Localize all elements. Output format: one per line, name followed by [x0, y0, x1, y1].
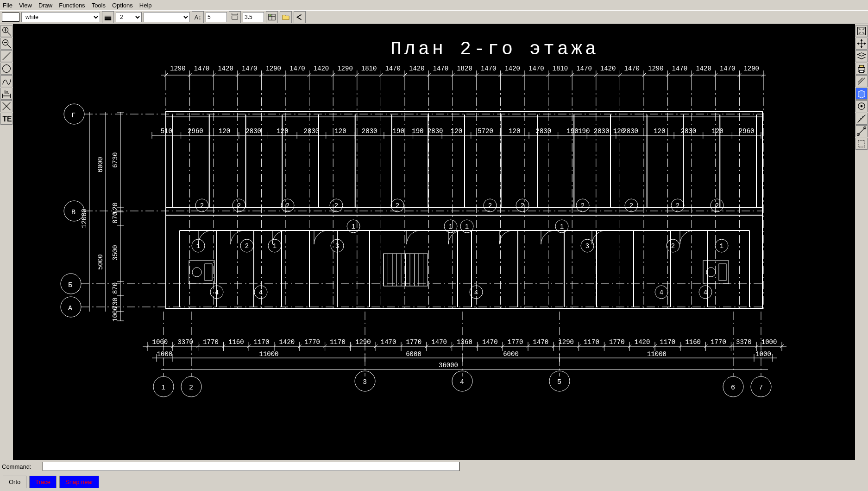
color-swatch[interactable] [2, 13, 19, 22]
status-row: Orto Trace Snap near [0, 473, 868, 491]
svg-text:120: 120 [451, 128, 462, 135]
svg-text:1420: 1420 [635, 338, 650, 346]
dim-size-input[interactable] [243, 12, 264, 22]
table-icon[interactable] [266, 11, 278, 23]
right-toolbar [855, 24, 868, 460]
select-box-icon[interactable] [855, 138, 868, 150]
svg-text:1000: 1000 [152, 338, 168, 346]
svg-text:6000: 6000 [503, 351, 519, 358]
dimension-icon[interactable]: lin. [0, 88, 13, 100]
svg-rect-446 [859, 70, 864, 73]
folder-icon[interactable] [280, 11, 292, 23]
svg-line-19 [3, 52, 11, 60]
svg-text:2: 2 [488, 202, 492, 210]
fixture-left [189, 261, 214, 284]
render-3d-icon[interactable] [855, 88, 868, 100]
svg-line-451 [858, 128, 865, 134]
undo-icon[interactable] [294, 11, 306, 23]
svg-text:1420: 1420 [279, 338, 295, 346]
properties-icon[interactable] [855, 100, 868, 112]
svg-text:1470: 1470 [672, 65, 688, 72]
text-height-input[interactable] [206, 12, 227, 22]
svg-text:1420: 1420 [696, 65, 711, 72]
command-input[interactable] [43, 462, 459, 471]
left-dim-chain: 12000 6000 5000 673012087035008707301000 [81, 112, 124, 322]
svg-text:1290: 1290 [265, 65, 281, 72]
lineweight-dropdown[interactable]: 2 [116, 12, 142, 22]
svg-text:2: 2 [334, 202, 338, 210]
svg-text:Г: Г [71, 112, 76, 120]
zoom-out-icon[interactable] [0, 38, 13, 50]
circle-icon[interactable] [0, 63, 13, 75]
svg-text:1000: 1000 [755, 351, 771, 358]
snap-toggle[interactable]: Snap near [59, 476, 99, 488]
pan-arrows-icon[interactable] [855, 38, 868, 50]
menu-view[interactable]: View [19, 2, 32, 9]
svg-text:1470: 1470 [385, 65, 401, 72]
svg-text:12000: 12000 [81, 209, 88, 228]
svg-text:1770: 1770 [203, 338, 219, 346]
svg-text:1470: 1470 [481, 65, 497, 72]
svg-text:2: 2 [671, 242, 675, 250]
svg-text:1420: 1420 [218, 65, 233, 72]
layers-icon[interactable] [855, 50, 868, 62]
text-icon[interactable]: TE [0, 113, 13, 125]
menu-options[interactable]: Options [112, 2, 133, 9]
svg-text:2830: 2830 [536, 128, 552, 135]
svg-text:4: 4 [259, 289, 263, 296]
svg-text:5720: 5720 [478, 128, 493, 135]
svg-text:4: 4 [460, 378, 465, 386]
svg-text:1470: 1470 [289, 65, 305, 72]
text-height-icon: A↕ [192, 11, 204, 23]
menu-tools[interactable]: Tools [92, 2, 106, 9]
svg-text:2830: 2830 [623, 128, 638, 135]
svg-text:1470: 1470 [381, 338, 396, 346]
color-dropdown[interactable]: white [21, 12, 100, 22]
svg-text:1170: 1170 [584, 338, 599, 346]
svg-text:2: 2 [237, 202, 241, 210]
svg-rect-4 [232, 16, 238, 19]
svg-text:TE: TE [3, 115, 12, 123]
svg-text:1000: 1000 [157, 351, 173, 358]
svg-text:1470: 1470 [720, 65, 736, 72]
svg-text:1770: 1770 [711, 338, 726, 346]
svg-text:2830: 2830 [304, 128, 320, 135]
column-bubbles: 1234567 [153, 312, 771, 397]
print-icon[interactable] [855, 63, 868, 75]
svg-text:1470: 1470 [431, 338, 447, 346]
menu-bar: File View Draw Functions Tools Options H… [0, 0, 868, 10]
svg-text:11000: 11000 [647, 351, 667, 358]
svg-text:1420: 1420 [600, 65, 616, 72]
svg-text:А: А [68, 305, 73, 312]
measure-icon[interactable] [855, 113, 868, 125]
svg-text:3500: 3500 [112, 245, 119, 261]
trace-toggle[interactable]: Trace [29, 476, 57, 488]
orto-toggle[interactable]: Orto [3, 476, 26, 488]
svg-text:6730: 6730 [112, 152, 119, 168]
menu-functions[interactable]: Functions [59, 2, 85, 9]
fit-window-icon[interactable] [855, 25, 868, 37]
zoom-in-icon[interactable] [0, 25, 13, 37]
svg-rect-445 [859, 65, 864, 68]
copy-icon[interactable] [855, 75, 868, 87]
svg-text:6: 6 [731, 384, 736, 392]
drawing-canvas[interactable]: План 2-го этажа 129014701420147012901470… [13, 24, 855, 460]
line-icon[interactable] [0, 50, 13, 62]
menu-file[interactable]: File [3, 2, 13, 9]
svg-text:1420: 1420 [314, 65, 329, 72]
spline-icon[interactable] [0, 75, 13, 87]
svg-text:Б: Б [68, 281, 73, 289]
svg-text:1770: 1770 [609, 338, 625, 346]
svg-text:510: 510 [161, 128, 172, 135]
svg-text:1810: 1810 [361, 65, 377, 72]
menu-draw[interactable]: Draw [38, 2, 52, 9]
svg-text:1: 1 [161, 384, 166, 392]
linetype-dropdown[interactable] [144, 12, 190, 22]
align-icon[interactable] [855, 125, 868, 137]
trim-icon[interactable] [0, 100, 13, 112]
main-area: lin. TE План 2-го этажа 1290147014201470… [0, 24, 868, 460]
svg-text:1470: 1470 [482, 338, 498, 346]
svg-text:2830: 2830 [681, 128, 697, 135]
menu-help[interactable]: Help [139, 2, 152, 9]
svg-text:1470: 1470 [576, 65, 592, 72]
